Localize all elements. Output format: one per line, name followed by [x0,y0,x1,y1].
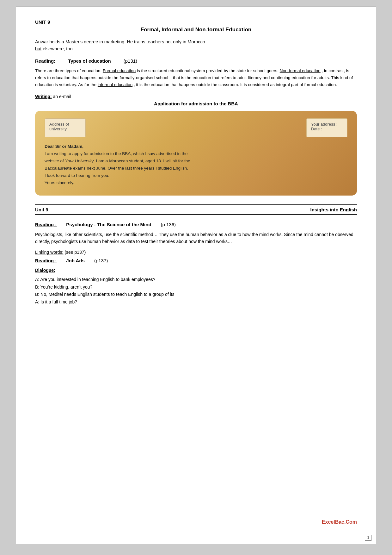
reading1-informal: informal education [98,82,132,87]
email-line3: . I am a Moroccan student, aged 18. I wi… [94,159,190,163]
linking-words-line: Linking words: (see p137) [35,250,357,255]
reading2-title: Psychology : The Science of the Mind [66,222,151,227]
divider-left: Unit 9 [35,207,48,212]
reading2-page: (p 136) [161,222,176,227]
reading2-label: Reading : [35,222,57,227]
reading3-page: (p137) [94,258,108,263]
intro-middle: in Morocco [183,39,205,44]
reading1-title: Types of education [68,58,111,64]
address-your-box: Your address : Date : [306,118,347,137]
date-label: Date : [311,127,322,131]
linking-words-label: Linking words: [35,250,64,255]
email-line2: website of Your University. I am a Moroc… [45,158,347,165]
reading1-formal: Formal education [103,68,136,73]
app-title: Application for admission to the BBA [35,101,357,106]
writing-word: Writing: [35,94,52,99]
excelbac-brand: ExcelBac.Com [322,519,357,525]
reading3-title: Job Ads [66,258,85,263]
intro-not-only: not only [165,39,181,44]
page-title: Formal, Informal and Non-formal Educatio… [35,27,357,33]
your-address: Your address : [311,122,337,127]
email-line1-text: I am writing to apply for admission to t… [45,151,187,156]
page: UNIT 9 Formal, Informal and Non-formal E… [16,6,376,544]
writing-type-text: an e-mail [53,94,71,99]
email-university: Your University [65,159,94,163]
reading1-body4: , it is the education that happens outsi… [134,82,337,87]
divider-right: Insights into English [310,207,357,212]
address-row: Address of university Your address : Dat… [45,118,347,137]
dialogue-label: Dialogue: [35,268,357,273]
reading3-header: Reading : Job Ads (p137) [35,258,357,263]
email-box: Address of university Your address : Dat… [35,111,357,196]
dialogue-line-2: B: You’re kidding, aren’t you? [35,284,357,291]
reading2-body: Psychologists, like other scientists, us… [35,231,357,245]
reading3-label: Reading : [35,258,57,263]
reading1-body: There are three types of education. Form… [35,67,357,89]
email-line4: Baccalaureate exams next June. Over the … [45,165,347,172]
email-closing: Yours sincerely. [45,179,347,187]
address-line1: Address of [49,122,69,127]
dialogue-line-4: A: Is it a full time job? [35,298,357,306]
unit-label: UNIT 9 [35,19,357,25]
email-line1: I am writing to apply for admission to t… [45,150,347,158]
email-website: website of [45,159,64,163]
intro-text: Anwar holds a Master's degree in marketi… [35,39,357,53]
address-university-box: Address of university [45,118,86,137]
email-line5: I look forward to hearing from you. [45,172,347,179]
dialogue-line-1: A: Are you interested in teaching Englis… [35,276,357,284]
reading1-nonformal: Non-formal education [280,68,321,73]
reading1-page: (p131) [124,58,137,64]
reading1-body1: There are three types of education. [35,68,101,73]
intro-text-part1: Anwar holds a Master's degree in marketi… [35,39,164,44]
dialogue-text: A: Are you interested in teaching Englis… [35,276,357,306]
page-number: 1 [365,535,371,541]
dialogue-line-3: B: No, Meditel needs English students to… [35,291,357,298]
intro-but: but [35,46,41,51]
reading1-header: Reading: Types of education (p131) [35,58,357,64]
linking-words-ref: (see p137) [64,250,86,255]
email-body: Dear Sir or Madam, I am writing to apply… [45,143,347,187]
writing-label: Writing: an e-mail [35,94,357,99]
email-greeting: Dear Sir or Madam, [45,143,347,150]
reading1-label: Reading: [35,58,55,64]
reading2-header: Reading : Psychology : The Science of th… [35,222,357,227]
intro-end: elsewhere, too. [43,46,74,51]
address-line2: university [49,127,67,131]
reading1-body2: is the structured educational system pro… [137,68,279,73]
divider-row: Unit 9 Insights into English [35,204,357,215]
